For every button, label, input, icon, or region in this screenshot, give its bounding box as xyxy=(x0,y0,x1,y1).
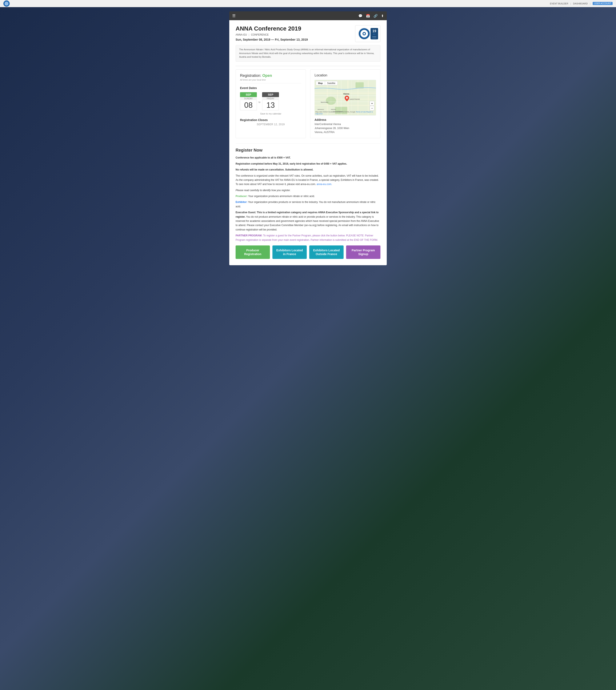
svg-text:CONFERENCE: CONFERENCE xyxy=(371,39,377,40)
nav-separator: | xyxy=(570,2,571,5)
svg-text:VIENNA: VIENNA xyxy=(372,38,376,39)
exhibitors-france-button[interactable]: Exhibitors Located in France xyxy=(272,245,307,259)
map-tab-satellite[interactable]: Satellite xyxy=(325,81,338,85)
event-logo: 19 EU ANNA VIENNA CONFERENCE xyxy=(355,25,380,42)
start-day: 08 xyxy=(240,100,257,111)
svg-point-6 xyxy=(364,33,365,35)
inner-toolbar: ☰ 💬 📅 🔗 ⬆ xyxy=(229,12,387,20)
svg-text:19: 19 xyxy=(372,29,376,33)
svg-rect-21 xyxy=(368,80,369,115)
executive-text: Executive Guest: This is a limited regis… xyxy=(236,210,380,232)
content-wrapper: ☰ 💬 📅 🔗 ⬆ ANNA Conference 2019 ANNA-EU |… xyxy=(226,7,390,274)
location-label: Location xyxy=(314,73,376,77)
end-day: 13 xyxy=(262,100,279,111)
address-line3: Vienna, AUSTRIA xyxy=(314,130,376,134)
two-col-section: Registration: Open All times are your lo… xyxy=(236,69,380,138)
status-open: Open xyxy=(262,73,272,78)
start-month: SEP xyxy=(240,92,257,97)
fee-text: Conference fee applicable to all is €500… xyxy=(236,156,380,160)
zoom-in-button[interactable]: + xyxy=(370,101,374,106)
svg-text:LANDSTRASSE: LANDSTRASSE xyxy=(349,98,360,100)
calendar-icon[interactable]: 📅 xyxy=(366,14,370,18)
main-card: ANNA Conference 2019 ANNA-EU | CONFERENC… xyxy=(229,20,387,265)
exhibitors-outside-button[interactable]: Exhibitors Located Outside France xyxy=(309,245,344,259)
date-cards: SEP SUNDAY 08 to SEP FRIDAY 13 xyxy=(240,92,302,111)
no-refund-text: No refunds will be made on cancellation.… xyxy=(236,168,380,172)
svg-point-38 xyxy=(346,97,348,99)
hamburger-menu[interactable]: ☰ xyxy=(232,14,236,18)
early-bird-text: Registration completed before May 31, 20… xyxy=(236,162,380,166)
svg-text:ANNA: ANNA xyxy=(372,36,376,38)
map-tabs: Map Satellite xyxy=(316,81,338,85)
event-info: ANNA Conference 2019 ANNA-EU | CONFERENC… xyxy=(236,25,308,41)
event-header: ANNA Conference 2019 ANNA-EU | CONFERENC… xyxy=(236,25,380,42)
event-title: ANNA Conference 2019 xyxy=(236,25,308,32)
address-title: Address xyxy=(314,118,376,121)
subtitle-separator: | xyxy=(249,33,249,36)
svg-text:Naschmarkt: Naschmarkt xyxy=(321,102,328,103)
top-navigation: EVENT BUILDER | DASHBOARD | USER ACCOUNT xyxy=(0,0,616,7)
timezone-note: All times are your local time xyxy=(240,79,302,83)
end-month: SEP xyxy=(262,92,279,97)
toolbar-icons: 💬 📅 🔗 ⬆ xyxy=(358,14,384,18)
location-section: Location xyxy=(310,69,380,138)
end-date-card: SEP FRIDAY 13 xyxy=(262,92,279,111)
date-to: to xyxy=(259,101,260,103)
identify-text: Please read carefully to identify how yo… xyxy=(236,188,380,193)
map-zoom-controls: + − xyxy=(370,101,374,111)
save-calendar-link[interactable]: Save to my calendar xyxy=(240,112,302,115)
partner-text: PARTNER PROGRAM: To register a guest for… xyxy=(236,233,380,242)
event-builder-link[interactable]: EVENT BUILDER xyxy=(550,2,568,5)
exhibitor-text: Exhibitor: Your organization provides pr… xyxy=(236,200,380,208)
event-dates-header: Sun, September 08, 2019 — Fri, September… xyxy=(236,38,308,41)
executive-description: You do not produce ammonium nitrate or n… xyxy=(236,215,379,231)
nav-separator2: | xyxy=(590,2,591,5)
address-line1: InterContinental Vienna xyxy=(314,122,376,126)
exhibitor-description: Your organization provides products or s… xyxy=(236,201,376,208)
svg-text:Vienna: Vienna xyxy=(343,93,349,95)
svg-text:EU: EU xyxy=(373,33,375,35)
description-box: The Ammonium Nitrate / Nitric Acid Produ… xyxy=(236,45,380,62)
chat-icon[interactable]: 💬 xyxy=(358,14,362,18)
event-dates-label: Event Dates xyxy=(240,86,302,90)
link-icon[interactable]: 🔗 xyxy=(373,14,378,18)
partner-label: PARTNER PROGRAM: xyxy=(236,234,262,237)
executive-label: Executive Guest: xyxy=(236,211,256,214)
producer-registration-button[interactable]: Producer Registration xyxy=(236,245,270,259)
start-date-card: SEP SUNDAY 08 xyxy=(240,92,257,111)
map-container: Vienna LANDSTRASSE Naschmarkt MARIAHILF … xyxy=(314,80,376,115)
registration-status: Registration: Open xyxy=(240,73,302,78)
reg-closes-label: Registration Closes xyxy=(240,118,302,122)
producer-label: Producer: xyxy=(236,195,247,198)
svg-rect-16 xyxy=(314,105,376,106)
user-account-button[interactable]: USER ACCOUNT xyxy=(593,2,613,5)
vat-link[interactable]: anna-eu.com. xyxy=(317,183,332,186)
terms-link[interactable]: Terms of Use xyxy=(356,111,366,113)
svg-point-2 xyxy=(6,3,7,4)
svg-text:WIEDEN: WIEDEN xyxy=(331,109,336,110)
start-day-name: SUNDAY xyxy=(240,97,257,100)
producer-text: Producer: Your organization produces amm… xyxy=(236,194,380,198)
producer-description: Your organization produces ammonium nitr… xyxy=(248,195,315,198)
vat-text: The conference is organized under the re… xyxy=(236,174,380,186)
registration-section: Registration: Open All times are your lo… xyxy=(236,69,306,138)
svg-text:MARIAHILF: MARIAHILF xyxy=(318,109,325,110)
event-type: CONFERENCE xyxy=(251,33,269,36)
zoom-out-button[interactable]: − xyxy=(370,106,374,111)
register-now-title: Register Now xyxy=(236,148,380,153)
registration-column: Registration: Open All times are your lo… xyxy=(236,69,306,138)
map-credit: Map data ©2019 GeoBasis-DE/BKG (©2009), … xyxy=(315,111,376,115)
address-line2: Johannesgasse 28, 1030 Wien xyxy=(314,126,376,130)
end-day-name: FRIDAY xyxy=(262,97,279,100)
exhibitor-label: Exhibitor: xyxy=(236,201,247,203)
partner-program-button[interactable]: Partner Program Signup xyxy=(346,245,380,259)
event-org: ANNA-EU xyxy=(236,33,247,36)
registration-buttons: Producer Registration Exhibitors Located… xyxy=(236,245,380,259)
dashboard-link[interactable]: DASHBOARD xyxy=(573,2,588,5)
location-column: Location xyxy=(310,69,380,138)
map-tab-map[interactable]: Map xyxy=(316,81,325,85)
address-text: InterContinental Vienna Johannesgasse 28… xyxy=(314,122,376,134)
top-nav-links: EVENT BUILDER | DASHBOARD | USER ACCOUNT xyxy=(550,2,613,5)
share-icon[interactable]: ⬆ xyxy=(381,14,384,18)
event-subtitle: ANNA-EU | CONFERENCE xyxy=(236,33,308,36)
